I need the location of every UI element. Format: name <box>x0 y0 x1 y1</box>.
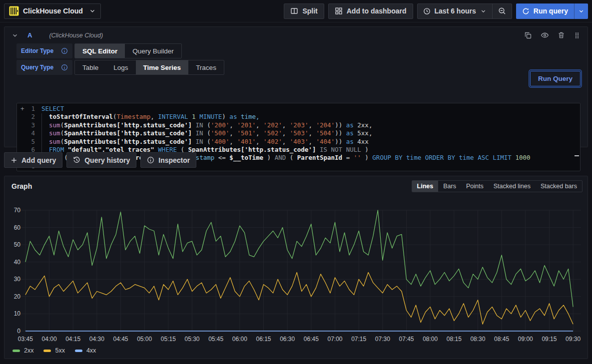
time-range-group: Last 6 hours <box>417 3 512 19</box>
query-history-button[interactable]: Query history <box>66 152 136 168</box>
graph-panel: Graph Lines Bars Points Stacked lines St… <box>4 176 588 359</box>
chevron-down-icon <box>578 8 585 14</box>
sync-icon <box>522 7 530 15</box>
legend-label: 4xx <box>86 347 96 354</box>
query-type-switcher: Table Logs Time Series Traces <box>74 60 224 75</box>
editor-type-label: Editor Type <box>16 43 72 58</box>
editor-type-sql-editor[interactable]: SQL Editor <box>75 44 125 58</box>
legend-label: 2xx <box>24 347 33 354</box>
svg-text:0: 0 <box>17 328 20 335</box>
query-type-label-text: Query Type <box>21 64 53 71</box>
run-query-panel-button[interactable]: Run Query <box>530 71 581 86</box>
time-range-label: Last 6 hours <box>435 7 476 15</box>
svg-text:30: 30 <box>14 276 21 283</box>
editor-type-switcher: SQL Editor Query Builder <box>74 43 182 58</box>
legend-swatch <box>43 350 51 352</box>
split-icon <box>290 7 298 15</box>
query-type-label: Query Type <box>16 60 72 75</box>
add-to-dashboard-button[interactable]: Add to dashboard <box>328 3 413 19</box>
svg-text:08:45: 08:45 <box>494 336 509 343</box>
editor-type-label-text: Editor Type <box>21 47 53 54</box>
run-query-split-button: Run query <box>516 3 588 19</box>
graph-style-points[interactable]: Points <box>461 181 489 192</box>
query-history-label: Query history <box>84 156 130 164</box>
svg-text:60: 60 <box>14 224 21 231</box>
info-icon[interactable] <box>61 64 68 71</box>
svg-text:10: 10 <box>14 310 21 317</box>
info-icon[interactable] <box>61 47 68 54</box>
svg-text:07:30: 07:30 <box>375 336 390 343</box>
zoom-out-button[interactable] <box>493 4 512 18</box>
time-series-chart[interactable]: 01020304050607003:4504:0004:1504:3004:45… <box>6 195 586 345</box>
add-line-icon: + <box>20 105 24 113</box>
graph-style-lines[interactable]: Lines <box>412 181 439 192</box>
hide-query-eye-icon[interactable] <box>541 31 549 39</box>
graph-style-bars[interactable]: Bars <box>438 181 461 192</box>
svg-text:05:30: 05:30 <box>185 336 200 343</box>
collapse-chevron-icon[interactable] <box>11 32 18 39</box>
top-bar: ClickHouse Cloud Split Add to dashboard … <box>0 0 592 22</box>
query-editor-panel: A (ClickHouse Cloud) Editor Type SQL Edi… <box>4 26 588 147</box>
legend-swatch <box>75 350 82 352</box>
svg-text:08:00: 08:00 <box>423 336 438 343</box>
add-to-dashboard-label: Add to dashboard <box>347 7 407 15</box>
svg-text:04:00: 04:00 <box>42 336 57 343</box>
query-type-time-series[interactable]: Time Series <box>136 60 189 74</box>
svg-text:06:15: 06:15 <box>256 336 271 343</box>
svg-text:20: 20 <box>14 293 21 300</box>
inspector-button[interactable]: Inspector <box>140 152 196 168</box>
chevron-down-icon <box>89 7 96 14</box>
legend-label: 5xx <box>55 347 64 354</box>
text-cursor <box>575 155 579 156</box>
svg-text:70: 70 <box>14 207 21 214</box>
svg-text:09:00: 09:00 <box>518 336 533 343</box>
svg-text:03:45: 03:45 <box>18 336 33 343</box>
run-query-dropdown[interactable] <box>574 3 588 19</box>
query-row-header[interactable]: A (ClickHouse Cloud) <box>4 27 588 43</box>
graph-style-stacked-lines[interactable]: Stacked lines <box>489 181 536 192</box>
svg-text:07:15: 07:15 <box>351 336 366 343</box>
svg-text:09:30: 09:30 <box>566 336 581 343</box>
datasource-label: ClickHouse Cloud <box>23 7 85 15</box>
query-type-table[interactable]: Table <box>75 60 106 74</box>
query-datasource-hint: (ClickHouse Cloud) <box>49 32 103 39</box>
svg-text:09:15: 09:15 <box>542 336 557 343</box>
query-ref-id[interactable]: A <box>27 31 32 39</box>
run-query-label: Run query <box>534 7 568 15</box>
delete-query-trash-icon[interactable] <box>558 31 565 39</box>
clock-icon <box>423 7 431 15</box>
svg-text:07:00: 07:00 <box>327 336 342 343</box>
editor-type-query-builder[interactable]: Query Builder <box>125 44 181 58</box>
svg-text:05:15: 05:15 <box>161 336 176 343</box>
svg-text:08:15: 08:15 <box>447 336 462 343</box>
plus-icon <box>10 157 17 164</box>
svg-text:04:15: 04:15 <box>65 336 80 343</box>
svg-text:50: 50 <box>14 241 21 248</box>
legend-swatch <box>12 350 20 352</box>
graph-panel-title: Graph <box>11 182 32 190</box>
drag-handle-icon[interactable] <box>574 31 581 39</box>
duplicate-query-icon[interactable] <box>524 31 532 39</box>
run-query-button[interactable]: Run query <box>516 3 574 19</box>
query-type-logs[interactable]: Logs <box>106 60 135 74</box>
clickhouse-logo <box>9 6 19 16</box>
query-type-traces[interactable]: Traces <box>188 60 224 74</box>
info-icon <box>147 156 154 164</box>
split-button[interactable]: Split <box>284 3 324 19</box>
legend-item-2xx[interactable]: 2xx <box>12 347 33 354</box>
legend-item-5xx[interactable]: 5xx <box>43 347 64 354</box>
svg-text:06:00: 06:00 <box>232 336 247 343</box>
svg-text:04:45: 04:45 <box>113 336 128 343</box>
datasource-picker[interactable]: ClickHouse Cloud <box>4 3 101 19</box>
time-range-picker[interactable]: Last 6 hours <box>418 4 492 18</box>
chart-legend: 2xx5xx4xx <box>12 347 96 354</box>
graph-style-stacked-bars[interactable]: Stacked bars <box>536 181 582 192</box>
svg-text:07:45: 07:45 <box>399 336 414 343</box>
svg-text:40: 40 <box>14 259 21 266</box>
graph-style-switcher: Lines Bars Points Stacked lines Stacked … <box>412 180 583 192</box>
svg-text:05:45: 05:45 <box>208 336 223 343</box>
apps-icon <box>335 7 343 15</box>
legend-item-4xx[interactable]: 4xx <box>75 347 96 354</box>
add-query-button[interactable]: Add query <box>4 152 62 168</box>
chevron-down-icon <box>480 8 487 14</box>
